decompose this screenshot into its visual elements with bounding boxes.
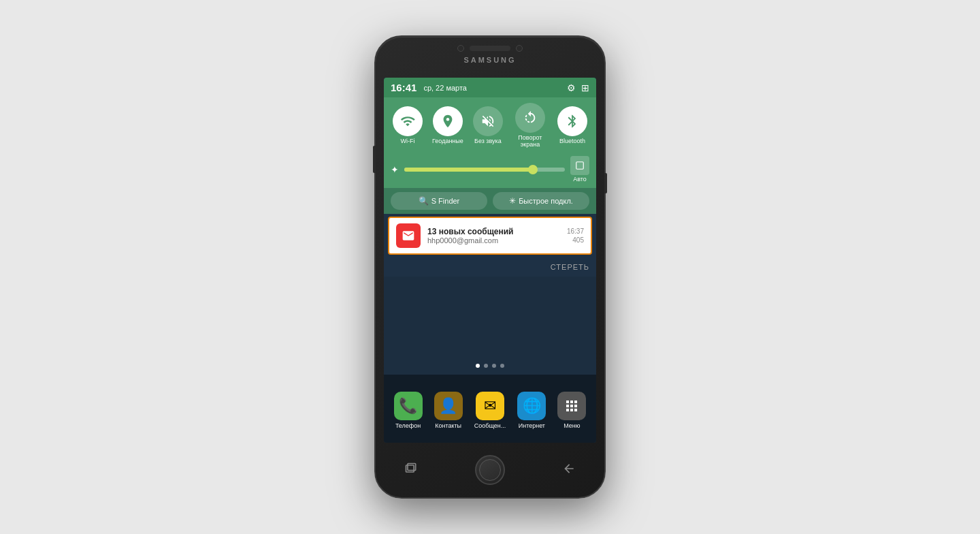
brightness-row: ✦ Авто <box>384 153 596 188</box>
svg-rect-0 <box>576 162 584 170</box>
dock-messages[interactable]: ✉ Сообщен... <box>474 392 506 429</box>
sfinder-icon: 🔍 <box>419 196 429 206</box>
sound-icon-circle <box>473 106 503 136</box>
sfinder-label: S Finder <box>431 197 460 205</box>
status-bar: 16:41 ср, 22 марта ⚙ ⊞ <box>384 78 596 97</box>
svg-rect-4 <box>566 405 569 407</box>
menu-app-icon <box>557 392 586 420</box>
auto-label: Авто <box>573 176 587 183</box>
grid-icon[interactable]: ⊞ <box>581 82 589 93</box>
menu-app-label: Меню <box>564 422 580 429</box>
phone-app-label: Телефон <box>395 422 421 429</box>
brightness-slider[interactable] <box>404 168 565 172</box>
svg-rect-9 <box>574 409 577 411</box>
notification-card[interactable]: 13 новых сообщений hhp0000@gmail.com 16:… <box>388 217 592 255</box>
toggle-bluetooth[interactable]: Bluetooth <box>557 106 587 144</box>
finder-row: 🔍 S Finder ✳ Быстрое подкл. <box>384 188 596 214</box>
settings-icon[interactable]: ⚙ <box>567 82 576 93</box>
geo-icon-circle <box>433 106 463 136</box>
page-dots <box>476 364 504 368</box>
recent-apps-button[interactable] <box>404 462 418 479</box>
svg-rect-3 <box>574 400 577 403</box>
svg-rect-7 <box>566 409 569 411</box>
bluetooth-label: Bluetooth <box>559 138 585 144</box>
power-button[interactable] <box>604 173 607 193</box>
internet-app-icon: 🌐 <box>517 392 546 420</box>
svg-rect-1 <box>566 400 569 403</box>
messages-app-label: Сообщен... <box>474 422 506 429</box>
toggle-wifi[interactable]: Wi-Fi <box>393 106 423 144</box>
phone-sensor <box>516 45 523 52</box>
notification-title: 13 новых сообщений <box>427 227 560 236</box>
toggle-rotate[interactable]: Поворот экрана <box>512 103 548 148</box>
phone-app-icon: 📞 <box>394 392 423 420</box>
app-dock: 📞 Телефон 👤 Контакты ✉ Сообщен... 🌐 Инте… <box>384 375 596 443</box>
dot-1 <box>476 364 480 368</box>
sound-label: Без звука <box>474 138 502 144</box>
quick-toggles-row: Wi-Fi Геоданные Без звука <box>384 97 596 153</box>
messages-app-icon: ✉ <box>476 392 504 420</box>
contacts-app-label: Контакты <box>435 422 461 429</box>
quickconnect-icon: ✳ <box>509 196 516 206</box>
auto-brightness-button[interactable] <box>570 156 589 175</box>
phone-screen: 16:41 ср, 22 марта ⚙ ⊞ Wi-Fi <box>384 78 596 443</box>
wifi-label: Wi-Fi <box>401 138 415 144</box>
toggle-sound[interactable]: Без звука <box>473 106 503 144</box>
bluetooth-icon-circle <box>557 106 587 136</box>
clock: 16:41 <box>391 82 416 93</box>
sfinder-button[interactable]: 🔍 S Finder <box>391 192 487 210</box>
date-label: ср, 22 марта <box>423 84 467 92</box>
notification-time: 16:37 <box>567 227 584 235</box>
brightness-fill <box>404 168 533 172</box>
phone-top-bar <box>457 45 523 52</box>
quickconnect-label: Быстрое подкл. <box>519 197 573 205</box>
notification-count: 405 <box>572 236 584 244</box>
dock-contacts[interactable]: 👤 Контакты <box>434 392 463 429</box>
wifi-icon-circle <box>393 106 423 136</box>
status-icons: ⚙ ⊞ <box>567 82 589 93</box>
svg-rect-8 <box>570 409 573 411</box>
brand-label: SAMSUNG <box>463 56 516 64</box>
dot-2 <box>484 364 488 368</box>
internet-app-label: Интернет <box>519 422 545 429</box>
notification-subtitle: hhp0000@gmail.com <box>427 236 560 245</box>
back-button[interactable] <box>562 462 576 479</box>
notification-content: 13 новых сообщений hhp0000@gmail.com <box>427 227 560 245</box>
front-camera <box>457 45 464 52</box>
dot-4 <box>500 364 504 368</box>
brightness-thumb[interactable] <box>528 165 538 174</box>
dock-internet[interactable]: 🌐 Интернет <box>517 392 546 429</box>
notification-panel: 16:41 ср, 22 марта ⚙ ⊞ Wi-Fi <box>384 78 596 277</box>
brightness-low-icon: ✦ <box>391 164 399 175</box>
home-button-inner <box>479 459 501 481</box>
dock-menu[interactable]: Меню <box>557 392 586 429</box>
volume-button[interactable] <box>373 146 376 173</box>
gmail-icon <box>396 223 421 248</box>
phone-device: SAMSUNG 16:41 ср, 22 марта ⚙ ⊞ <box>374 35 606 499</box>
dot-3 <box>492 364 496 368</box>
phone-speaker <box>470 46 510 51</box>
android-screen: 16:41 ср, 22 марта ⚙ ⊞ Wi-Fi <box>384 78 596 443</box>
svg-rect-6 <box>574 405 577 407</box>
clear-notifications-button[interactable]: СТЕРЕТЬ <box>384 257 596 277</box>
rotate-icon-circle <box>515 103 545 133</box>
bottom-nav <box>384 450 596 490</box>
svg-rect-2 <box>570 400 573 403</box>
dock-phone[interactable]: 📞 Телефон <box>394 392 423 429</box>
quickconnect-button[interactable]: ✳ Быстрое подкл. <box>493 192 589 210</box>
rotate-label: Поворот экрана <box>512 134 548 148</box>
svg-rect-5 <box>570 405 573 407</box>
toggle-geo[interactable]: Геоданные <box>432 106 463 144</box>
geo-label: Геоданные <box>432 138 463 144</box>
home-button[interactable] <box>475 455 505 485</box>
notification-meta: 16:37 405 <box>567 227 584 244</box>
clear-label: СТЕРЕТЬ <box>551 263 589 271</box>
contacts-app-icon: 👤 <box>434 392 463 420</box>
